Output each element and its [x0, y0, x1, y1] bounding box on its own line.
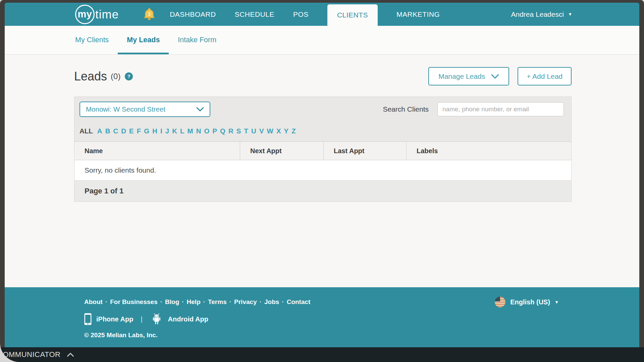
footer-link-blog[interactable]: Blog [165, 298, 179, 306]
alpha-filter-S[interactable]: S [236, 127, 241, 135]
footer-link-about[interactable]: About [84, 298, 103, 306]
top-navbar: my time 3 DASHBOARD SCHEDULE POS CLIENTS… [5, 3, 639, 26]
alpha-filter-H[interactable]: H [152, 127, 157, 135]
alpha-filter-Y[interactable]: Y [284, 127, 289, 135]
alpha-filter-E[interactable]: E [129, 127, 134, 135]
app-window: my time 3 DASHBOARD SCHEDULE POS CLIENTS… [0, 0, 644, 362]
alpha-filter-Q[interactable]: Q [220, 127, 225, 135]
mytime-logo[interactable]: my time [75, 5, 119, 24]
chevron-down-icon [196, 107, 204, 112]
chevron-up-icon [67, 353, 74, 357]
tab-my-leads[interactable]: My Leads [118, 26, 169, 54]
chevron-down-icon [491, 74, 499, 79]
logo-circle: my [75, 5, 95, 24]
main-content: Leads (0) ? Manage Leads + Add Lead [5, 55, 639, 287]
column-header-labels[interactable]: Labels [406, 142, 571, 160]
column-header-name[interactable]: Name [74, 142, 240, 160]
search-clients-label: Search Clients [383, 105, 429, 113]
nav-clients[interactable]: CLIENTS [327, 4, 378, 26]
communicator-label: COMMUNICATOR [0, 350, 61, 359]
empty-state-row: Sorry, no clients found. [74, 160, 571, 181]
iphone-app-link[interactable]: iPhone App [96, 315, 133, 323]
caret-down-icon: ▼ [554, 300, 559, 304]
alpha-filter-B[interactable]: B [105, 127, 110, 135]
alpha-filter-R[interactable]: R [228, 127, 233, 135]
nav-schedule[interactable]: SCHEDULE [235, 3, 274, 26]
alpha-filter-X[interactable]: X [276, 127, 281, 135]
footer-link-terms[interactable]: Terms [208, 298, 227, 306]
alpha-filter-C[interactable]: C [113, 127, 118, 135]
footer-link-separator: · [105, 298, 107, 306]
footer-link-separator: · [203, 298, 205, 306]
panel-filters-row: Monowi: W Second Street Search Clients [74, 97, 571, 117]
leads-panel: Monowi: W Second Street Search Clients A… [74, 97, 572, 202]
site-footer: About·For Businesses·Blog·Help·Terms·Pri… [5, 287, 639, 347]
alpha-filter-A[interactable]: A [97, 127, 102, 135]
alpha-filter-O[interactable]: O [204, 127, 209, 135]
footer-link-help[interactable]: Help [187, 298, 201, 306]
alpha-filter-M[interactable]: M [187, 127, 193, 135]
logo-wordmark: time [95, 8, 119, 21]
alpha-filter-V[interactable]: V [259, 127, 264, 135]
footer-link-contact[interactable]: Contact [287, 298, 311, 306]
user-menu[interactable]: Andrea Leadesci ▼ [511, 10, 573, 18]
heading-buttons: Manage Leads + Add Lead [428, 67, 572, 85]
page: my time 3 DASHBOARD SCHEDULE POS CLIENTS… [5, 3, 639, 347]
nav-pos[interactable]: POS [293, 3, 309, 26]
bell-count: 3 [148, 11, 151, 16]
alpha-filter-F[interactable]: F [137, 127, 141, 135]
alpha-filter-P[interactable]: P [212, 127, 217, 135]
alpha-filter-U[interactable]: U [251, 127, 256, 135]
table-header-row: Name Next Appt Last Appt Labels [74, 142, 571, 160]
alpha-filter-G[interactable]: G [144, 127, 149, 135]
alpha-filter-L[interactable]: L [180, 127, 184, 135]
footer-link-separator: · [160, 298, 162, 306]
column-header-last-appt[interactable]: Last Appt [323, 142, 406, 160]
add-lead-button[interactable]: + Add Lead [518, 67, 572, 85]
bell-icon: 3 [144, 7, 155, 21]
column-header-next-appt[interactable]: Next Appt [240, 142, 323, 160]
tab-intake-form[interactable]: Intake Form [169, 26, 225, 54]
pagination-row: Page 1 of 1 [74, 181, 571, 201]
alpha-filter-W[interactable]: W [267, 127, 273, 135]
manage-leads-button[interactable]: Manage Leads [428, 67, 509, 85]
alpha-filter-all[interactable]: ALL [79, 127, 93, 135]
nav-marketing[interactable]: MARKETING [396, 3, 440, 26]
footer-links-row: About·For Businesses·Blog·Help·Terms·Pri… [84, 296, 559, 308]
communicator-bar[interactable]: COMMUNICATOR [0, 347, 644, 362]
alphabet-filter: ALL ABCDEFGHIJKLMNOPQRSTUVWXYZ [79, 127, 566, 135]
alpha-filter-J[interactable]: J [165, 127, 169, 135]
search-clients-input[interactable] [437, 102, 564, 116]
alpha-filter-N[interactable]: N [196, 127, 201, 135]
alpha-filter-Z[interactable]: Z [291, 127, 296, 135]
footer-link-for-businesses[interactable]: For Businesses [110, 298, 158, 306]
search-group: Search Clients [383, 102, 564, 116]
footer-link-separator: · [282, 298, 284, 306]
user-name: Andrea Leadesci [511, 10, 564, 18]
lead-count: (0) [111, 72, 120, 81]
footer-link-privacy[interactable]: Privacy [234, 298, 257, 306]
nav-dashboard[interactable]: DASHBOARD [170, 3, 216, 26]
notification-bell-icon[interactable]: 3 [144, 7, 155, 21]
help-icon[interactable]: ? [125, 72, 133, 80]
manage-leads-label: Manage Leads [438, 72, 485, 80]
footer-apps-row: iPhone App | Android App [84, 313, 559, 325]
footer-link-separator: · [182, 298, 184, 306]
alpha-filter-T[interactable]: T [244, 127, 249, 135]
primary-nav: DASHBOARD SCHEDULE POS CLIENTS MARKETING [170, 3, 440, 26]
heading-row: Leads (0) ? Manage Leads + Add Lead [74, 67, 572, 85]
alpha-filter-D[interactable]: D [121, 127, 126, 135]
iphone-icon [84, 313, 92, 325]
tab-my-clients[interactable]: My Clients [66, 26, 118, 54]
language-label: English (US) [510, 298, 550, 306]
us-flag-globe-icon [494, 296, 506, 308]
screen: my time 3 DASHBOARD SCHEDULE POS CLIENTS… [0, 0, 644, 362]
footer-link-jobs[interactable]: Jobs [264, 298, 279, 306]
alpha-filter-K[interactable]: K [172, 127, 177, 135]
android-app-link[interactable]: Android App [168, 315, 208, 323]
alpha-filter-I[interactable]: I [160, 127, 162, 135]
language-selector[interactable]: English (US) ▼ [494, 296, 559, 308]
footer-links: About·For Businesses·Blog·Help·Terms·Pri… [84, 298, 310, 306]
footer-link-separator: · [229, 298, 231, 306]
location-dropdown[interactable]: Monowi: W Second Street [79, 102, 210, 117]
